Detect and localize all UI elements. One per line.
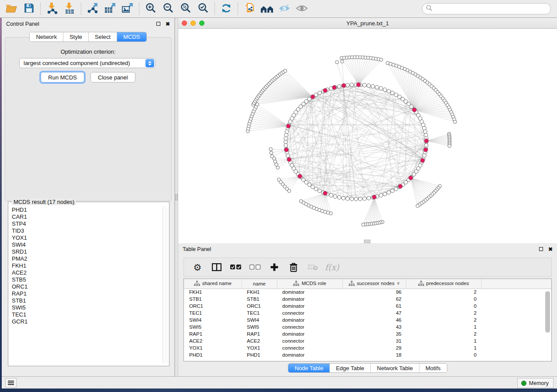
refresh-view-button[interactable] (218, 1, 235, 16)
export-image-button[interactable] (119, 1, 136, 16)
duplicate-network-icon (244, 2, 256, 16)
column-predecessor-nodes[interactable]: predecessor nodes (406, 279, 481, 289)
mcds-result-item[interactable]: RAP1 (9, 290, 163, 297)
network-titlebar[interactable]: YPA_prune.txt_1 (178, 18, 557, 29)
import-table-button[interactable] (61, 1, 78, 16)
table-toolbar: ⚙ f(x) (183, 258, 552, 277)
column-selector-button[interactable] (209, 260, 224, 274)
table-row[interactable]: ACE2ACE2connector311 (184, 337, 551, 344)
save-session-button[interactable] (20, 1, 38, 16)
fx-icon: f(x) (325, 262, 339, 272)
plus-icon (270, 263, 279, 272)
table-row[interactable]: PHD1PHD1dominator180 (184, 351, 551, 358)
column-successor-nodes[interactable]: successor nodes∨ (343, 279, 406, 289)
mcds-result-item[interactable]: STB1 (9, 297, 163, 304)
list-icon (8, 381, 14, 385)
mcds-result-item[interactable]: PHD1 (9, 206, 163, 213)
deselect-all-button[interactable] (248, 260, 263, 274)
open-session-button[interactable] (3, 1, 20, 16)
column-shared-name[interactable]: shared name (184, 279, 242, 289)
delete-column-button[interactable] (286, 260, 301, 274)
table-scrollbar-thumb[interactable] (545, 291, 550, 333)
table-settings-button[interactable]: ⚙ (190, 260, 205, 274)
mcds-result-item[interactable]: TID3 (9, 227, 163, 234)
hide-selected-button[interactable] (276, 1, 293, 16)
function-builder-button[interactable]: f(x) (325, 260, 339, 274)
add-column-button[interactable] (267, 260, 282, 274)
zoom-in-button[interactable] (142, 1, 159, 16)
column-mcds-role[interactable]: MCDS role (277, 279, 343, 289)
mcds-result-item[interactable]: YOX1 (9, 234, 163, 241)
table-row[interactable]: SWI5SWI5connector431 (184, 323, 551, 330)
first-neighbors-button[interactable] (258, 1, 276, 16)
tab-select[interactable]: Select (89, 32, 117, 41)
tab-mcds[interactable]: MCDS (117, 32, 146, 41)
close-panel-button[interactable]: Close panel (90, 72, 135, 83)
mcds-result-item[interactable]: PMA2 (9, 255, 163, 262)
tab-network-table[interactable]: Network Table (371, 364, 419, 372)
search-input[interactable] (432, 4, 550, 13)
vertical-splitter[interactable] (175, 18, 178, 376)
checked-boxes-icon (230, 265, 242, 270)
search-field-frame[interactable] (422, 3, 551, 14)
zoom-out-icon (163, 3, 174, 15)
column-name[interactable]: name (242, 279, 277, 289)
table-row[interactable]: RAP1RAP1dominator352 (184, 330, 551, 337)
control-panel-header: Control Panel ✖ (2, 18, 174, 30)
horizontal-splitter-handle[interactable] (364, 240, 370, 243)
zoom-selected-button[interactable] (194, 1, 212, 16)
mcds-result-item[interactable]: SRD1 (9, 248, 163, 255)
float-table-panel-icon[interactable] (539, 247, 543, 251)
toolbar-separator (214, 3, 215, 15)
export-table-button[interactable] (101, 1, 119, 16)
mcds-result-item[interactable]: SWI4 (9, 241, 163, 248)
table-row[interactable]: STB1STB1dominator620 (184, 296, 551, 303)
mcds-result-item[interactable]: ORC1 (9, 283, 163, 290)
table-row[interactable]: FKH1FKH1dominator962 (184, 289, 551, 296)
mcds-result-item[interactable]: ACE2 (9, 269, 163, 276)
zoom-out-button[interactable] (159, 1, 177, 16)
refresh-icon (221, 3, 232, 15)
delete-table-icon (308, 264, 318, 271)
zoom-fit-button[interactable] (177, 1, 194, 16)
tab-network[interactable]: Network (30, 32, 63, 41)
table-row[interactable]: TEC1TEC1connector472 (184, 309, 551, 316)
houses-icon (260, 3, 274, 15)
table-row[interactable]: SWI4SWI4dominator462 (184, 316, 551, 323)
node-table: shared name name MCDS role successor nod… (183, 279, 552, 361)
show-all-button[interactable] (293, 1, 311, 16)
duplicate-network-button[interactable] (241, 1, 258, 16)
mcds-result-item[interactable]: GCR1 (9, 318, 163, 325)
memory-button[interactable]: Memory (517, 378, 554, 388)
network-graph[interactable] (178, 29, 557, 243)
import-network-button[interactable] (43, 1, 61, 16)
trash-icon (289, 262, 298, 272)
import-network-icon (46, 2, 58, 15)
mcds-result-item[interactable]: STP4 (9, 220, 163, 227)
delete-table-button[interactable] (305, 260, 320, 274)
mcds-result-item[interactable]: TEC1 (9, 311, 163, 318)
tab-edge-table[interactable]: Edge Table (330, 364, 371, 372)
mcds-result-item[interactable]: FKH1 (9, 262, 163, 269)
network-canvas[interactable] (178, 29, 557, 243)
mcds-result-item[interactable]: CAR1 (9, 213, 163, 220)
tab-node-table[interactable]: Node Table (288, 364, 330, 372)
criterion-dropdown[interactable]: largest connected component (undirected) (19, 58, 156, 68)
float-panel-icon[interactable] (156, 22, 160, 26)
select-all-button[interactable] (228, 260, 243, 274)
close-table-panel-icon[interactable]: ✖ (548, 247, 553, 252)
mcds-list-scrollbar[interactable] (163, 206, 169, 364)
mcds-result-item[interactable]: SWI5 (9, 304, 163, 311)
export-table-icon (104, 2, 116, 15)
close-panel-icon[interactable]: ✖ (166, 21, 170, 27)
table-row[interactable]: YOX1YOX1connector291 (184, 344, 551, 351)
table-row[interactable]: ORC1ORC1dominator610 (184, 303, 551, 309)
table-panel: Table Panel ✖ ⚙ f(x) share (178, 243, 557, 376)
task-history-button[interactable] (5, 378, 17, 388)
run-mcds-button[interactable]: Run MCDS (41, 72, 84, 83)
tab-motifs[interactable]: Motifs (419, 364, 447, 372)
splitter-handle[interactable] (175, 194, 178, 200)
mcds-result-item[interactable]: STB5 (9, 276, 163, 283)
export-network-button[interactable] (84, 1, 101, 16)
tab-style[interactable]: Style (63, 32, 89, 41)
